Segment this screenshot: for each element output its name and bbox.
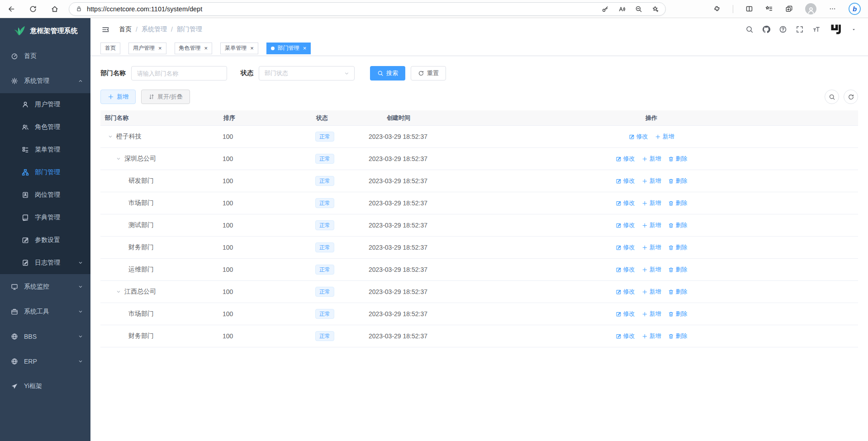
sidebar-item-system-monitor[interactable]: 系统监控	[0, 274, 90, 299]
sidebar-item-bbs[interactable]: BBS	[0, 324, 90, 349]
status-cell: 正常	[315, 154, 369, 164]
close-icon[interactable]: ×	[158, 45, 162, 51]
sidebar-item-system-mgmt[interactable]: 系统管理	[0, 68, 90, 93]
op-add-link[interactable]: 新增	[642, 310, 661, 318]
op-edit-link[interactable]: 修改	[616, 243, 635, 251]
edit-icon	[616, 267, 621, 273]
tab-role-mgmt[interactable]: 角色管理×	[175, 43, 213, 54]
op-delete-link[interactable]: 删除	[668, 266, 688, 274]
breadcrumb-item[interactable]: 系统管理	[142, 25, 167, 33]
op-edit-link[interactable]: 修改	[616, 288, 635, 296]
reset-button[interactable]: 重置	[411, 66, 446, 81]
more-options-icon[interactable]	[829, 5, 836, 13]
add-button[interactable]: 新增	[100, 90, 136, 104]
show-search-button[interactable]	[825, 90, 839, 104]
dept-name: 运维部门	[128, 266, 154, 274]
sidebar-item-yi-framework[interactable]: Yi框架	[0, 374, 90, 398]
sidebar-item-label: 字典管理	[35, 213, 83, 222]
tab-menu-mgmt[interactable]: 菜单管理×	[220, 43, 258, 54]
op-edit-link[interactable]: 修改	[629, 133, 648, 141]
tab-copy-icon[interactable]	[785, 5, 793, 13]
op-delete-link[interactable]: 删除	[668, 332, 688, 340]
profile-icon[interactable]	[805, 3, 816, 14]
op-add-link[interactable]: 新增	[642, 199, 661, 207]
op-edit-link[interactable]: 修改	[616, 221, 635, 229]
help-icon[interactable]	[779, 25, 787, 33]
refresh-icon[interactable]	[29, 5, 37, 13]
sidebar-item-menu-mgmt[interactable]: 菜单管理	[0, 138, 90, 161]
sidebar-item-user-mgmt[interactable]: 用户管理	[0, 93, 90, 116]
op-delete-link[interactable]: 删除	[668, 177, 688, 185]
op-edit-link[interactable]: 修改	[616, 199, 635, 207]
github-icon[interactable]	[762, 25, 770, 33]
op-add-link[interactable]: 新增	[642, 243, 661, 251]
search-button[interactable]: 搜索	[370, 66, 405, 81]
copilot-icon[interactable]: b	[849, 3, 861, 15]
breadcrumb-item[interactable]: 首页	[119, 25, 132, 33]
chevron-down-icon[interactable]	[116, 156, 121, 161]
chevron-down-icon[interactable]	[108, 134, 113, 139]
op-add-link[interactable]: 新增	[642, 155, 661, 163]
collapse-sidebar-icon[interactable]	[101, 25, 110, 34]
address-bar[interactable]: https://ccnetcore.com:1101/system/dept	[69, 2, 666, 16]
column-header-sort: 排序	[223, 114, 315, 122]
tab-home[interactable]: 首页	[100, 43, 120, 54]
op-edit-link[interactable]: 修改	[616, 266, 635, 274]
sidebar-item-dept-mgmt[interactable]: 部门管理	[0, 161, 90, 184]
op-delete-link[interactable]: 删除	[668, 243, 688, 251]
refresh-table-button[interactable]	[844, 90, 858, 104]
op-add-link[interactable]: 新增	[642, 266, 661, 274]
zoom-out-icon[interactable]	[635, 5, 642, 13]
op-delete-link[interactable]: 删除	[668, 310, 688, 318]
tab-dept-mgmt[interactable]: 部门管理×	[266, 43, 311, 54]
sidebar-item-log-mgmt[interactable]: 日志管理	[0, 251, 90, 274]
close-icon[interactable]: ×	[250, 45, 254, 51]
status-select[interactable]: 部门状态	[259, 66, 355, 81]
sidebar-item-system-tools[interactable]: 系统工具	[0, 299, 90, 324]
op-edit-link[interactable]: 修改	[616, 332, 635, 340]
op-add-link[interactable]: 新增	[642, 288, 661, 296]
op-delete-link[interactable]: 删除	[668, 221, 688, 229]
extensions-icon[interactable]	[713, 5, 721, 13]
close-icon[interactable]: ×	[303, 45, 307, 51]
op-edit-link[interactable]: 修改	[616, 177, 635, 185]
op-add-link[interactable]: 新增	[642, 177, 661, 185]
op-delete-link[interactable]: 删除	[668, 288, 688, 296]
op-edit-link[interactable]: 修改	[616, 310, 635, 318]
op-add-link[interactable]: 新增	[642, 332, 661, 340]
fullscreen-icon[interactable]	[796, 25, 804, 33]
sidebar-item-home[interactable]: 首页	[0, 43, 90, 68]
user-avatar[interactable]	[829, 23, 843, 36]
status-cell: 正常	[315, 287, 369, 297]
expand-collapse-button[interactable]: 展开/折叠	[141, 90, 190, 104]
op-add-link[interactable]: 新增	[642, 221, 661, 229]
op-delete-link[interactable]: 删除	[668, 155, 688, 163]
op-edit-link[interactable]: 修改	[616, 155, 635, 163]
status-badge: 正常	[315, 220, 334, 230]
sidebar-item-param-settings[interactable]: 参数设置	[0, 229, 90, 251]
sidebar-item-post-mgmt[interactable]: 岗位管理	[0, 184, 90, 206]
created-time: 2023-03-29 18:52:37	[369, 133, 550, 140]
sidebar-item-dict-mgmt[interactable]: 字典管理	[0, 206, 90, 229]
op-add-link[interactable]: 新增	[655, 133, 674, 141]
font-size-icon[interactable]	[812, 25, 821, 33]
dept-name-cell: 研发部门	[100, 177, 223, 185]
op-delete-link[interactable]: 删除	[668, 199, 688, 207]
collections-icon[interactable]	[765, 5, 773, 13]
favorite-add-icon[interactable]	[652, 5, 659, 13]
sidebar-item-role-mgmt[interactable]: 角色管理	[0, 116, 90, 138]
chevron-down-icon[interactable]	[116, 289, 121, 294]
key-icon[interactable]	[602, 5, 609, 13]
home-icon[interactable]	[51, 5, 59, 13]
table-body: 橙子科技100正常2023-03-29 18:52:37修改新增深圳总公司100…	[100, 126, 858, 347]
dept-name-input[interactable]	[131, 66, 227, 81]
caret-down-icon[interactable]	[851, 27, 856, 32]
table-row: 财务部门100正常2023-03-29 18:52:37修改新增删除	[100, 237, 858, 259]
back-icon[interactable]	[7, 5, 15, 13]
read-aloud-icon[interactable]	[618, 5, 626, 13]
tab-user-mgmt[interactable]: 用户管理×	[128, 43, 166, 54]
sidebar-item-erp[interactable]: ERP	[0, 349, 90, 374]
search-icon[interactable]	[745, 25, 754, 33]
split-screen-icon[interactable]	[745, 5, 753, 13]
close-icon[interactable]: ×	[204, 45, 208, 51]
